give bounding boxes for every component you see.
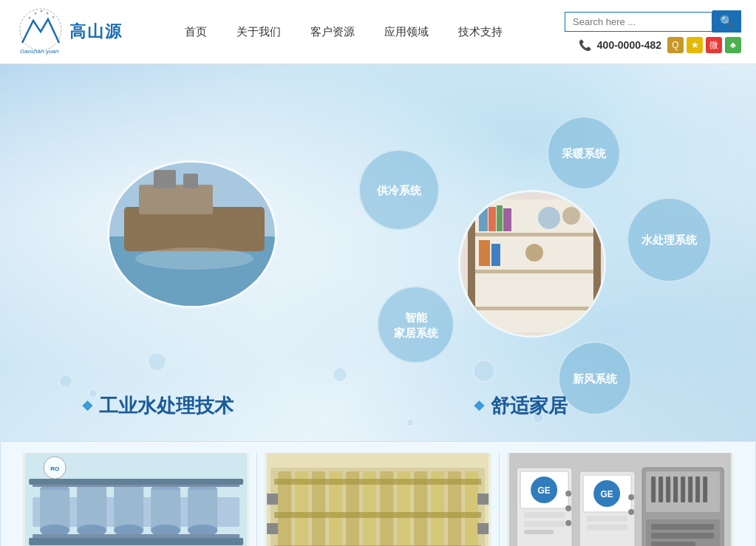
svg-rect-101 xyxy=(695,477,700,502)
bubble-heating[interactable]: 采暖系统 xyxy=(547,116,621,190)
deco-bubble-6 xyxy=(406,419,414,426)
svg-rect-68 xyxy=(274,512,481,518)
svg-rect-89 xyxy=(587,516,627,522)
svg-rect-36 xyxy=(77,486,106,530)
svg-point-25 xyxy=(538,207,560,229)
product-item-3[interactable]: GE GE xyxy=(500,453,740,546)
search-input[interactable] xyxy=(565,12,712,32)
svg-rect-24 xyxy=(503,208,511,231)
svg-rect-98 xyxy=(673,477,678,502)
svg-rect-50 xyxy=(29,479,243,485)
svg-rect-27 xyxy=(479,240,490,266)
bubble-smart-home[interactable]: 智能 家居系统 xyxy=(377,286,454,364)
svg-rect-22 xyxy=(488,207,496,231)
svg-rect-80 xyxy=(524,521,565,527)
logo-svg: Gaoshan-yuan xyxy=(15,6,67,58)
social-icon-qq[interactable]: Q xyxy=(667,37,684,53)
svg-rect-42 xyxy=(151,490,180,530)
nav-support[interactable]: 技术支持 xyxy=(458,25,503,39)
svg-rect-99 xyxy=(681,477,685,502)
dot-icon-left: ❖ xyxy=(81,398,93,414)
deco-bubble-1 xyxy=(59,375,72,388)
svg-rect-45 xyxy=(188,490,217,530)
svg-rect-96 xyxy=(658,477,663,502)
product-section: RO 美国陶氏RO纯水制备系统 xyxy=(0,441,756,546)
svg-rect-39 xyxy=(114,486,143,530)
hero-label-industrial: ❖ 工业水处理技术 xyxy=(81,393,234,419)
main-nav: 首页 关于我们 客户资源 应用领域 技术支持 xyxy=(185,25,503,39)
deco-bubble-7 xyxy=(473,360,495,382)
svg-rect-67 xyxy=(274,479,481,485)
svg-rect-11 xyxy=(154,170,176,188)
svg-point-84 xyxy=(565,520,571,526)
svg-rect-28 xyxy=(491,244,500,266)
svg-rect-106 xyxy=(651,542,695,546)
svg-point-83 xyxy=(565,505,571,511)
svg-rect-79 xyxy=(524,512,565,518)
svg-text:RO: RO xyxy=(50,465,59,472)
product-item-1[interactable]: RO 美国陶氏RO纯水制备系统 xyxy=(16,453,257,546)
social-icon-fav[interactable]: ★ xyxy=(687,37,703,53)
bubble-water-treat[interactable]: 水处理系统 xyxy=(627,197,712,282)
svg-rect-49 xyxy=(29,538,243,545)
bubble-supply-cold[interactable]: 供冷系统 xyxy=(358,149,440,231)
phone-number: 400-0000-482 xyxy=(597,39,661,51)
social-icons: Q ★ 微 ♣ xyxy=(667,37,741,53)
svg-point-92 xyxy=(628,509,634,515)
svg-point-3 xyxy=(41,10,43,13)
svg-rect-33 xyxy=(40,490,69,530)
svg-point-91 xyxy=(628,494,634,500)
phone-icon: 📞 xyxy=(579,39,591,51)
svg-rect-104 xyxy=(651,524,714,530)
svg-rect-81 xyxy=(524,530,554,534)
svg-rect-10 xyxy=(139,185,213,214)
svg-rect-70 xyxy=(267,494,278,505)
hero-section: 供冷系统 采暖系统 智能 家居系统 水处理系统 新风系统 ❖ 工业水处理技术 ❖… xyxy=(0,64,756,441)
deco-bubble-3 xyxy=(148,352,166,371)
product-item-2[interactable]: 德国Poll叠管式反渗透系统 xyxy=(257,453,499,546)
svg-point-82 xyxy=(565,491,571,496)
svg-text:GE: GE xyxy=(537,485,550,496)
nav-applications[interactable]: 应用领域 xyxy=(384,25,429,39)
svg-rect-97 xyxy=(666,477,670,502)
logo-area[interactable]: Gaoshan-yuan 高山源 xyxy=(15,6,123,58)
site-header: Gaoshan-yuan 高山源 首页 关于我们 客户资源 应用领域 技术支持 … xyxy=(0,0,756,64)
svg-rect-100 xyxy=(688,477,692,502)
search-bar: 🔍 xyxy=(565,10,741,33)
svg-rect-71 xyxy=(477,494,488,505)
svg-text:GE: GE xyxy=(600,489,613,499)
nav-clients[interactable]: 客户资源 xyxy=(310,25,355,39)
product-img-2 xyxy=(265,453,491,546)
svg-rect-102 xyxy=(703,477,707,502)
hero-image-ship xyxy=(107,160,277,308)
svg-point-29 xyxy=(525,244,543,262)
svg-rect-72 xyxy=(267,523,278,534)
social-icon-wechat[interactable]: ♣ xyxy=(725,37,741,53)
nav-about[interactable]: 关于我们 xyxy=(236,25,281,39)
bubble-fresh-air[interactable]: 新风系统 xyxy=(558,341,632,415)
hero-label-home: ❖ 舒适家居 xyxy=(473,393,568,419)
svg-rect-20 xyxy=(475,307,593,310)
svg-point-13 xyxy=(135,248,253,270)
contact-bar: 📞 400-0000-482 Q ★ 微 ♣ xyxy=(579,37,741,53)
social-icon-weibo[interactable]: 微 xyxy=(706,37,722,53)
svg-point-2 xyxy=(35,13,37,15)
svg-rect-90 xyxy=(587,525,627,530)
svg-rect-105 xyxy=(651,533,714,539)
product-img-1: RO xyxy=(23,453,249,546)
svg-point-1 xyxy=(29,17,31,19)
svg-point-4 xyxy=(47,13,49,15)
hero-image-interior xyxy=(458,190,606,338)
dot-icon-right: ❖ xyxy=(473,398,485,414)
svg-text:Gaoshan-yuan: Gaoshan-yuan xyxy=(20,48,59,55)
search-button[interactable]: 🔍 xyxy=(712,10,741,33)
svg-rect-19 xyxy=(475,270,593,273)
svg-point-26 xyxy=(562,207,580,225)
svg-rect-73 xyxy=(477,523,488,534)
svg-rect-95 xyxy=(651,477,655,502)
svg-point-5 xyxy=(52,16,55,18)
product-img-3: GE GE xyxy=(507,453,733,546)
nav-home[interactable]: 首页 xyxy=(185,25,207,39)
deco-bubble-5 xyxy=(333,367,347,382)
header-right: 🔍 📞 400-0000-482 Q ★ 微 ♣ xyxy=(565,10,741,53)
